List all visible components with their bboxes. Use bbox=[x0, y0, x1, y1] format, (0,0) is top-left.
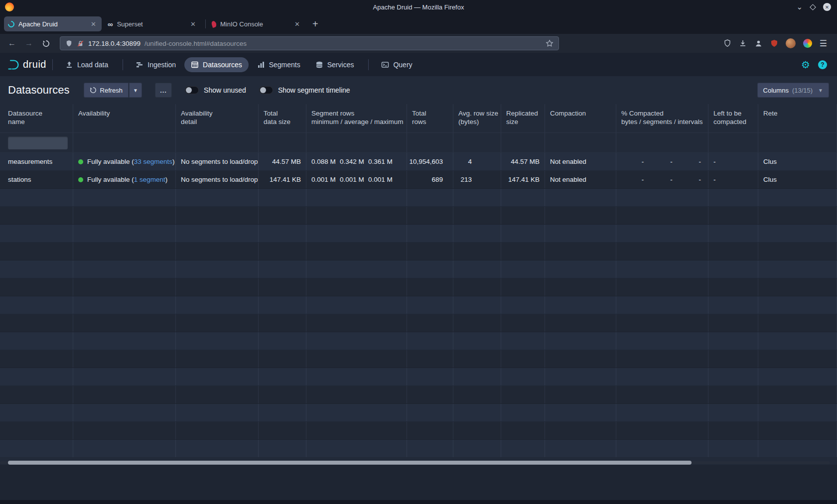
empty-cell bbox=[0, 314, 73, 332]
column-header[interactable]: % Compactedbytes / segments / intervals bbox=[616, 104, 708, 132]
empty-cell bbox=[453, 260, 501, 278]
profile-avatar[interactable] bbox=[786, 38, 796, 48]
empty-cell bbox=[501, 296, 545, 314]
page-bottom-area bbox=[0, 465, 837, 500]
downloads-icon[interactable] bbox=[739, 39, 747, 47]
column-header[interactable]: Replicatedsize bbox=[501, 104, 545, 132]
scrollbar-thumb[interactable] bbox=[8, 461, 692, 465]
privacy-shield-icon[interactable] bbox=[723, 39, 731, 47]
tracking-shield-icon[interactable] bbox=[65, 40, 73, 47]
empty-cell bbox=[616, 314, 708, 332]
empty-cell bbox=[758, 422, 837, 439]
nav-ingestion[interactable]: Ingestion bbox=[129, 57, 182, 72]
empty-cell bbox=[176, 260, 259, 278]
empty-cell bbox=[259, 386, 306, 403]
show-unused-toggle[interactable] bbox=[185, 86, 199, 94]
avg-row-size-cell: 4 bbox=[453, 153, 501, 170]
compaction-cell: Not enabled bbox=[545, 153, 616, 170]
browser-toolbar: ← → 172.18.0.4:30899/unified-console.htm… bbox=[0, 34, 837, 53]
empty-row bbox=[0, 422, 837, 440]
new-tab-button[interactable]: + bbox=[312, 18, 318, 30]
empty-cell bbox=[545, 350, 616, 368]
more-actions-button[interactable]: ... bbox=[155, 83, 172, 98]
empty-cell bbox=[453, 332, 501, 350]
back-button[interactable]: ← bbox=[5, 36, 19, 50]
column-header[interactable]: Availabilitydetail bbox=[176, 104, 259, 132]
insecure-lock-icon[interactable] bbox=[77, 40, 84, 47]
empty-cell bbox=[545, 278, 616, 296]
empty-cell bbox=[453, 243, 501, 260]
empty-cell bbox=[73, 296, 176, 314]
column-header[interactable]: Segment rowsminimum / average / maximum bbox=[306, 104, 407, 132]
empty-cell bbox=[0, 350, 73, 368]
nav-label: Services bbox=[327, 61, 354, 69]
close-icon[interactable]: ✕ bbox=[823, 3, 831, 11]
column-header[interactable]: Rete bbox=[758, 104, 837, 132]
druid-logo[interactable]: druid bbox=[7, 58, 46, 71]
segments-link[interactable]: 1 segment bbox=[134, 176, 165, 183]
column-header[interactable]: Left to becompacted bbox=[708, 104, 758, 132]
empty-cell bbox=[306, 314, 407, 332]
column-header[interactable]: Datasourcename bbox=[0, 104, 73, 132]
help-icon[interactable]: ? bbox=[818, 60, 827, 69]
account-icon[interactable] bbox=[754, 39, 763, 48]
column-header[interactable]: Availability bbox=[73, 104, 176, 132]
tab-close-icon[interactable]: ✕ bbox=[89, 20, 98, 28]
maximize-icon[interactable] bbox=[810, 4, 816, 10]
bookmark-star-icon[interactable] bbox=[546, 39, 554, 47]
menu-button[interactable]: ☰ bbox=[820, 38, 827, 49]
column-header[interactable]: Totalrows bbox=[407, 104, 453, 132]
total-data-size-cell: 44.57 MB bbox=[259, 153, 306, 170]
empty-cell bbox=[176, 296, 259, 314]
reload-button[interactable] bbox=[39, 36, 53, 50]
datasource-filter-input[interactable] bbox=[8, 136, 68, 149]
tab-apache-druid[interactable]: Apache Druid ✕ bbox=[4, 16, 102, 31]
segments-link[interactable]: 33 segments bbox=[134, 158, 172, 165]
tab-superset[interactable]: ∞ Superset ✕ bbox=[104, 16, 201, 31]
empty-cell bbox=[306, 440, 407, 457]
ublock-icon[interactable] bbox=[770, 39, 778, 47]
pct-compacted-cell: --- bbox=[616, 153, 708, 170]
nav-segments[interactable]: Segments bbox=[251, 57, 307, 72]
tab-close-icon[interactable]: ✕ bbox=[293, 20, 301, 28]
column-header[interactable]: Compaction bbox=[545, 104, 616, 132]
empty-cell bbox=[73, 243, 176, 260]
refresh-icon bbox=[90, 87, 97, 94]
datasource-row[interactable]: stationsFully available (1 segment)No se… bbox=[0, 171, 837, 189]
total-data-size-cell: 147.41 KB bbox=[259, 171, 306, 188]
horizontal-scrollbar[interactable] bbox=[0, 461, 837, 465]
url-bar[interactable]: 172.18.0.4:30899/unified-console.html#da… bbox=[60, 36, 559, 50]
empty-cell bbox=[73, 189, 176, 206]
empty-cell bbox=[453, 207, 501, 224]
filter-cell bbox=[708, 133, 758, 152]
retention-cell: Clus bbox=[758, 153, 837, 170]
nav-load-data[interactable]: Load data bbox=[59, 57, 115, 72]
empty-cell bbox=[176, 386, 259, 403]
empty-cell bbox=[306, 278, 407, 296]
minimize-icon[interactable]: ⌄ bbox=[796, 4, 803, 9]
tab-minio-console[interactable]: MinIO Console ✕ bbox=[208, 16, 305, 31]
nav-query[interactable]: Query bbox=[375, 57, 418, 72]
empty-cell bbox=[501, 332, 545, 350]
refresh-dropdown-button[interactable]: ▼ bbox=[129, 83, 142, 98]
empty-cell bbox=[259, 189, 306, 206]
empty-cell bbox=[758, 225, 837, 242]
extension-icon[interactable] bbox=[803, 39, 812, 48]
columns-button[interactable]: Columns (13/15) ▼ bbox=[757, 83, 829, 98]
settings-gear-icon[interactable]: ⚙ bbox=[801, 60, 810, 70]
show-segment-timeline-toggle[interactable] bbox=[259, 86, 273, 94]
forward-button[interactable]: → bbox=[22, 36, 36, 50]
column-header[interactable]: Totaldata size bbox=[259, 104, 306, 132]
column-header[interactable]: Avg. row size(bytes) bbox=[453, 104, 501, 132]
empty-cell bbox=[708, 332, 758, 350]
tab-close-icon[interactable]: ✕ bbox=[189, 20, 197, 28]
nav-datasources[interactable]: Datasources bbox=[184, 57, 249, 72]
empty-cell bbox=[306, 189, 407, 206]
empty-cell bbox=[0, 296, 73, 314]
datasource-row[interactable]: measurementsFully available (33 segments… bbox=[0, 153, 837, 171]
refresh-button[interactable]: Refresh bbox=[84, 83, 129, 98]
nav-services[interactable]: Services bbox=[309, 57, 361, 72]
empty-cell bbox=[616, 332, 708, 350]
empty-cell bbox=[73, 260, 176, 278]
nav-label: Ingestion bbox=[147, 61, 176, 69]
